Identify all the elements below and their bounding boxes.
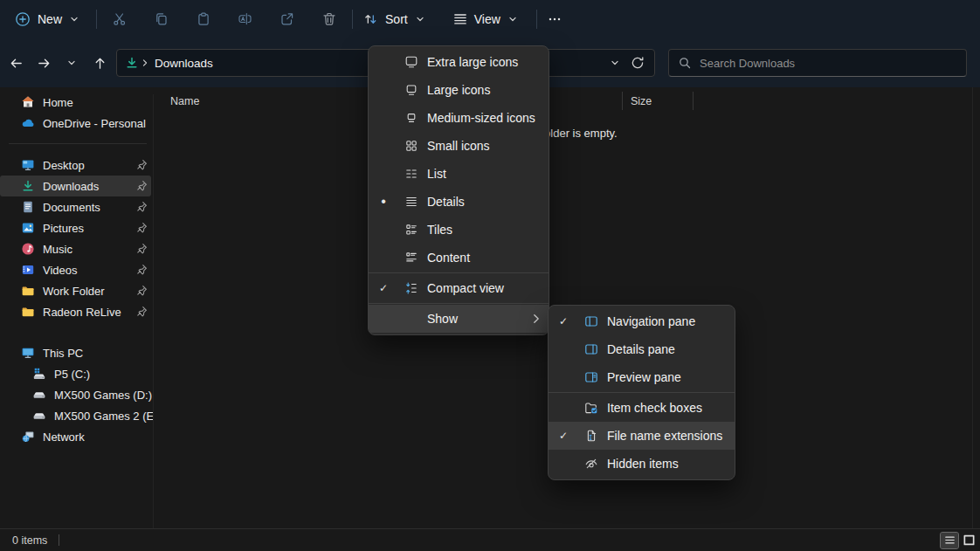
sidebar-item-documents[interactable]: Documents — [0, 196, 151, 217]
chevron-down-icon — [414, 13, 426, 25]
folder-icon — [21, 284, 35, 298]
menu-item-extra-large-icons[interactable]: Extra large icons — [369, 48, 549, 76]
sidebar-item-label: Downloads — [43, 180, 99, 193]
sidebar-item-p5-c[interactable]: P5 (C:) — [0, 363, 151, 384]
sidebar-item-label: This PC — [43, 347, 83, 360]
selected-bullet-icon: • — [369, 197, 398, 206]
rename-button[interactable] — [231, 5, 259, 33]
sort-button-label: Sort — [385, 12, 408, 26]
sidebar-item-this-pc[interactable]: This PC — [0, 342, 151, 363]
search-box[interactable] — [668, 49, 967, 77]
documents-icon — [21, 200, 35, 214]
refresh-button[interactable] — [626, 52, 649, 74]
copy-button[interactable] — [148, 5, 176, 33]
column-header-name[interactable]: Name — [170, 95, 199, 107]
column-divider[interactable] — [622, 92, 623, 110]
sidebar-item-work-folder[interactable]: Work Folder — [0, 280, 151, 301]
breadcrumb[interactable]: Downloads — [155, 57, 213, 70]
menu-item-list[interactable]: List — [369, 160, 549, 188]
view-button-label: View — [474, 12, 500, 26]
menu-item-navigation-pane[interactable]: ✓Navigation pane — [549, 307, 735, 335]
pin-icon — [135, 179, 148, 192]
sidebar-item-desktop[interactable]: Desktop — [0, 155, 151, 176]
menu-item-label: List — [427, 167, 446, 181]
menu-item-medium-sized-icons[interactable]: Medium-sized icons — [369, 104, 549, 132]
hidden-items-icon — [578, 457, 604, 471]
sidebar-item-onedrive-personal[interactable]: OneDrive - Personal — [0, 113, 151, 134]
delete-button[interactable] — [315, 5, 343, 33]
menu-item-label: Show — [427, 312, 458, 326]
thumbnail-view-toggle[interactable] — [960, 533, 977, 548]
view-lines-icon — [452, 11, 468, 27]
more-icon — [547, 11, 562, 27]
up-arrow-icon — [93, 56, 107, 71]
sidebar-item-music[interactable]: Music — [0, 238, 151, 259]
menu-item-item-check-boxes[interactable]: Item check boxes — [549, 394, 735, 422]
menu-item-tiles[interactable]: Tiles — [369, 216, 549, 244]
network-icon — [21, 430, 35, 444]
address-dropdown-button[interactable] — [604, 52, 626, 74]
back-button[interactable] — [3, 50, 28, 76]
menu-item-label: Item check boxes — [607, 401, 702, 415]
sidebar-item-radeon-relive[interactable]: Radeon ReLive — [0, 301, 151, 322]
column-header-size[interactable]: Size — [631, 95, 652, 107]
toolbar-separator — [536, 10, 537, 29]
toolbar-actions — [106, 5, 343, 33]
menu-item-large-icons[interactable]: Large icons — [369, 76, 549, 104]
menu-item-details[interactable]: •Details — [369, 188, 549, 216]
cut-icon — [112, 11, 128, 27]
sidebar-item-mx500-games-2-e[interactable]: MX500 Games 2 (E:) — [0, 405, 151, 426]
menu-item-hidden-items[interactable]: Hidden items — [549, 450, 735, 478]
sidebar-item-pictures[interactable]: Pictures — [0, 217, 151, 238]
content-view-icon — [398, 251, 424, 265]
statusbar-divider — [59, 534, 59, 546]
os-drive-icon — [32, 367, 46, 381]
checkmark-icon: ✓ — [549, 430, 578, 442]
item-checkboxes-icon — [578, 401, 604, 415]
sidebar-item-home[interactable]: Home — [0, 92, 151, 113]
sidebar-item-mx500-games-d[interactable]: MX500 Games (D:) — [0, 384, 151, 405]
menu-item-details-pane[interactable]: Details pane — [549, 335, 735, 363]
view-dropdown-menu: Extra large iconsLarge iconsMedium-sized… — [368, 45, 549, 335]
sidebar-item-label: Work Folder — [43, 285, 105, 298]
delete-icon — [321, 11, 337, 27]
menu-item-small-icons[interactable]: Small icons — [369, 132, 549, 160]
view-button[interactable]: View — [444, 5, 528, 33]
breadcrumb-chevron-icon — [139, 57, 151, 69]
menu-item-label: Details — [427, 195, 465, 209]
menu-item-label: Extra large icons — [427, 55, 518, 69]
show-submenu: ✓Navigation paneDetails panePreview pane… — [548, 305, 735, 480]
see-more-button[interactable] — [541, 5, 569, 33]
onedrive-icon — [21, 116, 35, 130]
sort-button[interactable]: Sort — [355, 5, 435, 33]
column-divider[interactable] — [693, 92, 694, 110]
refresh-icon — [631, 56, 645, 70]
search-input[interactable] — [700, 57, 957, 70]
cut-button[interactable] — [106, 5, 134, 33]
home-icon — [21, 95, 35, 109]
submenu-chevron-icon — [529, 312, 543, 326]
checkmark-icon: ✓ — [369, 282, 398, 294]
sidebar-item-downloads[interactable]: Downloads — [0, 176, 151, 196]
recent-locations-button[interactable] — [59, 50, 84, 76]
share-button[interactable] — [273, 5, 301, 33]
menu-item-show[interactable]: Show — [369, 305, 549, 333]
pin-icon — [135, 200, 148, 213]
menu-item-preview-pane[interactable]: Preview pane — [549, 363, 735, 391]
column-header-row: Name Size — [154, 87, 980, 114]
menu-item-compact-view[interactable]: ✓Compact view — [369, 274, 549, 302]
sidebar-item-videos[interactable]: Videos — [0, 259, 151, 280]
paste-button[interactable] — [190, 5, 217, 33]
pin-icon — [135, 284, 148, 297]
preview-pane-icon — [578, 370, 604, 384]
menu-item-content[interactable]: Content — [369, 244, 549, 272]
details-view-toggle[interactable] — [941, 533, 958, 548]
sidebar-item-network[interactable]: Network — [0, 426, 151, 447]
up-button[interactable] — [87, 50, 112, 76]
forward-button[interactable] — [31, 50, 56, 76]
sidebar-item-label: Network — [43, 430, 85, 444]
paste-icon — [196, 11, 211, 27]
pictures-icon — [21, 221, 35, 235]
menu-item-file-name-extensions[interactable]: ✓File name extensions — [549, 422, 735, 450]
new-button[interactable]: New — [5, 5, 89, 33]
